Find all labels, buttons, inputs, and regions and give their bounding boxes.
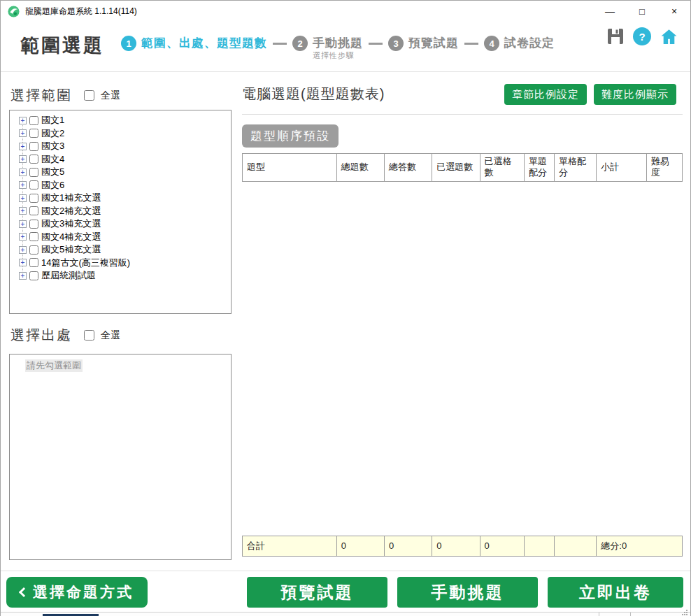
computer-selection-title: 電腦選題(題型題數表) xyxy=(242,85,385,103)
tree-item-label: 國文3 xyxy=(41,140,64,152)
column-header: 單題配分 xyxy=(524,154,554,182)
step-2-sublabel: 選擇性步驟 xyxy=(313,51,363,60)
type-order-preset-button[interactable]: 題型順序預設 xyxy=(242,124,339,148)
step-3-preview[interactable]: 3 預覽試題 xyxy=(388,36,459,51)
source-select-all-checkbox[interactable] xyxy=(84,330,94,341)
step-1-number: 1 xyxy=(121,36,136,51)
tree-item-checkbox[interactable] xyxy=(29,194,38,203)
expand-icon[interactable]: + xyxy=(19,259,27,266)
expand-icon[interactable]: + xyxy=(19,117,27,124)
expand-icon[interactable]: + xyxy=(19,246,27,254)
range-section-title: 選擇範圍 xyxy=(10,86,72,105)
tree-item-checkbox[interactable] xyxy=(29,116,38,125)
tree-item-label: 14篇古文(高三複習版) xyxy=(41,257,130,269)
wizard-stepper: 1 範圍、出處、題型題數 2 手動挑題 選擇性步驟 3 預覽試題 4 試卷設定 xyxy=(121,36,555,60)
column-header: 總答數 xyxy=(384,154,432,182)
expand-icon[interactable]: + xyxy=(19,272,27,280)
column-header: 難易度 xyxy=(646,154,682,182)
step-2-manual-pick[interactable]: 2 手動挑題 選擇性步驟 xyxy=(292,36,363,60)
bottom-separator xyxy=(1,571,690,571)
footer-cell: 0 xyxy=(432,536,480,557)
tree-item[interactable]: +國文5 xyxy=(10,166,231,179)
tree-item-checkbox[interactable] xyxy=(29,155,38,164)
step-4-paper-settings[interactable]: 4 試卷設定 xyxy=(484,36,555,51)
tree-item[interactable]: +國文6 xyxy=(10,179,231,192)
tree-item[interactable]: +國文5補充文選 xyxy=(10,243,231,257)
status-divider xyxy=(599,613,599,616)
tree-item-checkbox[interactable] xyxy=(29,245,38,255)
chapter-ratio-button[interactable]: 章節比例設定 xyxy=(504,84,587,105)
generate-paper-button[interactable]: 立即出卷 xyxy=(548,577,683,608)
range-tree: +國文1+國文2+國文3+國文4+國文5+國文6+國文1補充文選+國文2補充文選… xyxy=(9,110,231,314)
column-header: 總題數 xyxy=(336,154,384,182)
resize-grip-icon[interactable] xyxy=(681,610,688,616)
tree-item[interactable]: +國文2補充文選 xyxy=(10,205,231,218)
minimize-button[interactable]: — xyxy=(594,1,626,22)
preview-questions-button[interactable]: 預覽試題 xyxy=(247,577,387,608)
step-1-range[interactable]: 1 範圍、出處、題型題數 xyxy=(121,36,267,51)
tree-item[interactable]: +歷屆統測試題 xyxy=(10,269,231,282)
column-header: 已選題數 xyxy=(432,154,480,182)
source-empty-hint: 請先勾選範圍 xyxy=(25,359,83,372)
expand-icon[interactable]: + xyxy=(19,169,27,176)
tree-item[interactable]: +國文2 xyxy=(10,127,231,141)
maximize-button[interactable]: □ xyxy=(626,1,658,22)
step-dash xyxy=(369,43,383,45)
footer-cell: 0 xyxy=(480,536,524,557)
tree-item-label: 國文6 xyxy=(41,179,64,192)
column-header: 題型 xyxy=(243,154,337,182)
tree-item[interactable]: +國文3補充文選 xyxy=(10,217,231,231)
tree-item-checkbox[interactable] xyxy=(29,220,38,229)
tree-item[interactable]: +國文4 xyxy=(10,153,231,166)
expand-icon[interactable]: + xyxy=(19,143,27,150)
tree-item[interactable]: +14篇古文(高三複習版) xyxy=(10,257,231,270)
manual-pick-button[interactable]: 手動挑題 xyxy=(397,577,538,608)
tree-item-checkbox[interactable] xyxy=(29,271,38,280)
range-select-all-label: 全選 xyxy=(101,89,120,102)
source-list: 請先勾選範圍 xyxy=(9,354,231,560)
back-to-method-button[interactable]: 選擇命題方式 xyxy=(6,577,148,608)
expand-icon[interactable]: + xyxy=(19,129,27,137)
tree-item-label: 國文5 xyxy=(41,166,64,178)
step-3-label: 預覽試題 xyxy=(408,36,459,51)
title-bar: 龍騰題庫命題系統 1.1.14(114) — □ × xyxy=(1,1,690,22)
tree-item-checkbox[interactable] xyxy=(29,168,38,177)
expand-icon[interactable]: + xyxy=(19,155,27,163)
tree-item-checkbox[interactable] xyxy=(29,142,38,151)
footer-cell: 總分:0 xyxy=(597,536,683,557)
tree-item-checkbox[interactable] xyxy=(29,180,38,189)
expand-icon[interactable]: + xyxy=(19,194,27,202)
expand-icon[interactable]: + xyxy=(19,181,27,189)
status-divider xyxy=(630,613,631,616)
home-icon[interactable] xyxy=(660,28,678,45)
tree-item[interactable]: +國文1補充文選 xyxy=(10,192,231,205)
tree-item[interactable]: +國文3 xyxy=(10,140,231,153)
tree-item[interactable]: +國文4補充文選 xyxy=(10,231,231,244)
step-4-number: 4 xyxy=(484,36,499,51)
save-icon[interactable] xyxy=(607,28,624,45)
tree-item-checkbox[interactable] xyxy=(29,258,38,267)
help-icon[interactable]: ? xyxy=(633,27,651,45)
column-header: 已選格數 xyxy=(480,154,524,182)
step-2-number: 2 xyxy=(292,36,308,51)
footer-cell: 合計 xyxy=(243,536,337,557)
tree-item[interactable]: +國文1 xyxy=(10,114,231,127)
tree-item-checkbox[interactable] xyxy=(29,206,38,215)
header-separator xyxy=(1,71,690,72)
tree-item-label: 歷屆統測試題 xyxy=(41,269,96,282)
source-section-header: 選擇出處 全選 xyxy=(10,326,120,345)
difficulty-ratio-button[interactable]: 難度比例顯示 xyxy=(594,84,676,105)
chevron-left-icon xyxy=(19,587,29,597)
close-button[interactable]: × xyxy=(658,1,690,22)
source-select-all-label: 全選 xyxy=(101,329,120,342)
expand-icon[interactable]: + xyxy=(19,233,27,241)
tree-item-label: 國文1補充文選 xyxy=(41,192,101,204)
footer-cell xyxy=(555,536,597,557)
range-section-header: 選擇範圍 全選 xyxy=(10,86,120,105)
tree-item-checkbox[interactable] xyxy=(29,232,38,241)
range-select-all-checkbox[interactable] xyxy=(84,90,94,101)
expand-icon[interactable]: + xyxy=(19,207,27,215)
footer-cell: 0 xyxy=(336,536,384,557)
tree-item-checkbox[interactable] xyxy=(29,129,38,138)
expand-icon[interactable]: + xyxy=(19,220,27,228)
